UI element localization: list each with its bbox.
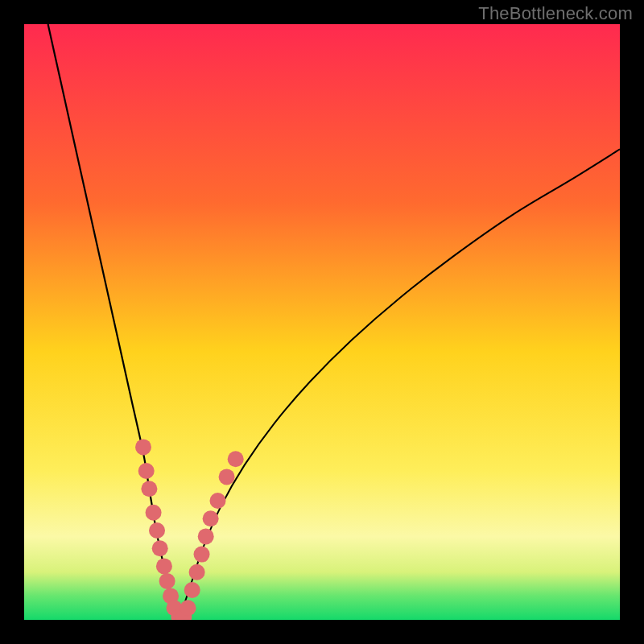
- data-point: [146, 505, 162, 521]
- data-point: [203, 510, 219, 526]
- data-point: [135, 439, 151, 455]
- data-point: [149, 522, 165, 539]
- data-point: [184, 582, 200, 598]
- data-point: [138, 463, 155, 479]
- chart-frame: TheBottleneck.com: [0, 0, 644, 644]
- data-point: [228, 451, 244, 467]
- data-point: [156, 558, 172, 574]
- data-point: [141, 481, 157, 497]
- data-point: [194, 547, 210, 563]
- plot-area: [24, 24, 620, 620]
- data-point: [210, 493, 226, 509]
- data-point: [152, 540, 168, 556]
- data-point: [198, 528, 214, 544]
- bottleneck-chart: [24, 24, 620, 620]
- data-point: [159, 573, 175, 589]
- data-point: [189, 564, 205, 580]
- watermark-text: TheBottleneck.com: [478, 3, 633, 24]
- data-point: [180, 600, 196, 616]
- data-point: [219, 469, 235, 485]
